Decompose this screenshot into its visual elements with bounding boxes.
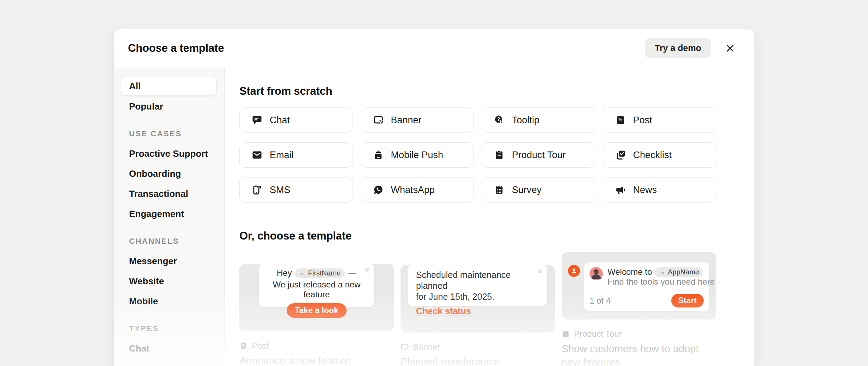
banner-icon <box>401 343 409 351</box>
template-cards-row: Hey ↔FirstName — We just released a new … <box>239 252 754 366</box>
sidebar-item-onboarding[interactable]: Onboarding <box>114 164 224 184</box>
tour-preview-footer: 1 of 4 Start <box>584 291 709 311</box>
dash-text: — <box>348 268 356 278</box>
template-type-label: Post <box>252 341 269 351</box>
template-main-area: Start from scratch Chat Banner ? Tooltip <box>225 68 754 366</box>
template-card-planned-maintenance[interactable]: Scheduled maintenance planned for June 1… <box>401 252 555 366</box>
template-preview-product-tour: Welcome to ↔AppName Find the tools you n… <box>562 252 716 320</box>
survey-icon <box>494 185 505 195</box>
template-type-label: Banner <box>413 342 440 352</box>
sidebar-item-transactional[interactable]: Transactional <box>114 184 224 204</box>
scratch-banner-label: Banner <box>391 115 422 126</box>
scratch-tooltip-button[interactable]: ? Tooltip <box>482 107 595 133</box>
post-icon <box>615 115 626 125</box>
attribute-icon: ↔ <box>659 268 666 276</box>
appname-attribute-pill: ↔AppName <box>655 267 703 277</box>
scratch-sms-button[interactable]: SMS <box>239 177 353 203</box>
modal-header: Choose a template Try a demo <box>114 29 754 67</box>
scratch-product-tour-label: Product Tour <box>512 150 566 161</box>
scratch-post-button[interactable]: Post <box>603 107 716 133</box>
sidebar-item-engagement[interactable]: Engagement <box>114 204 224 224</box>
scratch-mobile-push-label: Mobile Push <box>391 150 444 161</box>
scratch-tooltip-label: Tooltip <box>512 115 539 126</box>
whatsapp-icon <box>373 185 384 195</box>
scratch-whatsapp-label: WhatsApp <box>391 185 435 196</box>
post-icon <box>239 342 248 350</box>
scratch-news-button[interactable]: News <box>603 177 716 203</box>
tooltip-icon: ? <box>494 115 505 125</box>
scratch-survey-label: Survey <box>512 185 542 196</box>
scratch-sms-label: SMS <box>270 185 291 196</box>
sidebar-item-popular[interactable]: Popular <box>114 97 224 117</box>
modal-title: Choose a template <box>128 42 224 55</box>
scratch-checklist-button[interactable]: Checklist <box>603 142 716 168</box>
scratch-whatsapp-button[interactable]: WhatsApp <box>361 177 474 203</box>
checklist-icon <box>615 150 626 160</box>
scratch-post-label: Post <box>633 115 652 126</box>
scratch-checklist-label: Checklist <box>633 150 672 161</box>
scratch-banner-button[interactable]: Banner <box>361 107 474 133</box>
post-preview-message: We just released a new feature <box>259 280 374 299</box>
sidebar-item-chat[interactable]: Chat <box>114 339 224 359</box>
scratch-chat-button[interactable]: Chat <box>239 107 353 133</box>
preview-close-icon <box>537 268 543 274</box>
template-filter-sidebar: All Popular USE CASES Proactive Support … <box>114 68 225 366</box>
news-icon <box>615 185 626 195</box>
scratch-grid: Chat Banner ? Tooltip Post <box>239 107 716 203</box>
try-a-demo-button[interactable]: Try a demo <box>645 38 711 58</box>
firstname-attribute-pill: ↔FirstName <box>295 268 345 278</box>
close-icon[interactable] <box>725 43 735 54</box>
tour-launcher-avatar <box>568 265 580 277</box>
svg-text:?: ? <box>497 116 500 122</box>
scratch-mobile-push-button[interactable]: Mobile Push <box>361 142 474 168</box>
product-tour-icon <box>562 330 570 338</box>
choose-template-heading: Or, choose a template <box>239 230 754 242</box>
tour-greeting-line: Welcome to ↔AppName <box>607 267 704 277</box>
scratch-email-button[interactable]: Email <box>239 142 353 168</box>
product-tour-icon <box>494 150 505 160</box>
template-preview-post: Hey ↔FirstName — We just released a new … <box>239 264 394 331</box>
take-a-look-button: Take a look <box>287 303 347 318</box>
tour-progress-label: 1 of 4 <box>589 296 611 306</box>
post-preview-greeting-line: Hey ↔FirstName — <box>259 268 374 278</box>
tour-preview-texts: Welcome to ↔AppName Find the tools you n… <box>607 267 704 287</box>
attribute-label: AppName <box>668 268 699 276</box>
sidebar-section-channels: CHANNELS <box>114 231 224 251</box>
template-title: Announce a new feature <box>239 354 380 366</box>
template-type-label: Product Tour <box>574 329 622 339</box>
modal-body: All Popular USE CASES Proactive Support … <box>114 68 754 366</box>
chat-icon <box>252 115 262 125</box>
sidebar-item-proactive-support[interactable]: Proactive Support <box>114 144 224 164</box>
sidebar-item-mobile[interactable]: Mobile <box>114 291 224 311</box>
template-preview-banner: Scheduled maintenance planned for June 1… <box>401 265 555 333</box>
greeting-text: Welcome to <box>607 267 652 277</box>
tour-preview-top: Welcome to ↔AppName Find the tools you n… <box>584 262 709 291</box>
greeting-text: Hey <box>277 268 292 278</box>
sidebar-section-use-cases: USE CASES <box>114 124 224 144</box>
scratch-product-tour-button[interactable]: Product Tour <box>482 142 595 168</box>
sidebar-item-all[interactable]: All <box>121 76 216 96</box>
banner-preview-line2: for June 15th, 2025. <box>416 291 538 302</box>
scratch-chat-label: Chat <box>270 115 290 126</box>
preview-close-icon <box>364 267 370 273</box>
choose-template-modal: Choose a template Try a demo All Popular… <box>114 29 755 366</box>
sidebar-item-messenger[interactable]: Messenger <box>114 251 224 271</box>
template-title: Show customers how to adopt new features <box>562 342 703 366</box>
banner-icon <box>373 115 384 125</box>
tour-subtitle: Find the tools you need here <box>607 277 715 286</box>
scratch-survey-button[interactable]: Survey <box>482 177 595 203</box>
sms-icon <box>252 185 262 195</box>
scratch-email-label: Email <box>270 150 294 161</box>
post-preview-box: Hey ↔FirstName — We just released a new … <box>259 264 374 307</box>
template-title: Planned maintenance notification <box>401 355 542 366</box>
email-icon <box>252 150 262 160</box>
banner-preview-line1: Scheduled maintenance planned <box>416 269 538 291</box>
screen: Choose a template Try a demo All Popular… <box>0 0 868 366</box>
template-card-announce-feature[interactable]: Hey ↔FirstName — We just released a new … <box>239 252 394 366</box>
template-meta: Banner <box>401 342 555 352</box>
sidebar-item-website[interactable]: Website <box>114 271 224 291</box>
template-card-product-tour[interactable]: Welcome to ↔AppName Find the tools you n… <box>562 252 716 366</box>
sidebar-section-types: TYPES <box>114 318 224 339</box>
tour-preview-box: Welcome to ↔AppName Find the tools you n… <box>584 262 709 311</box>
start-from-scratch-heading: Start from scratch <box>239 85 754 97</box>
